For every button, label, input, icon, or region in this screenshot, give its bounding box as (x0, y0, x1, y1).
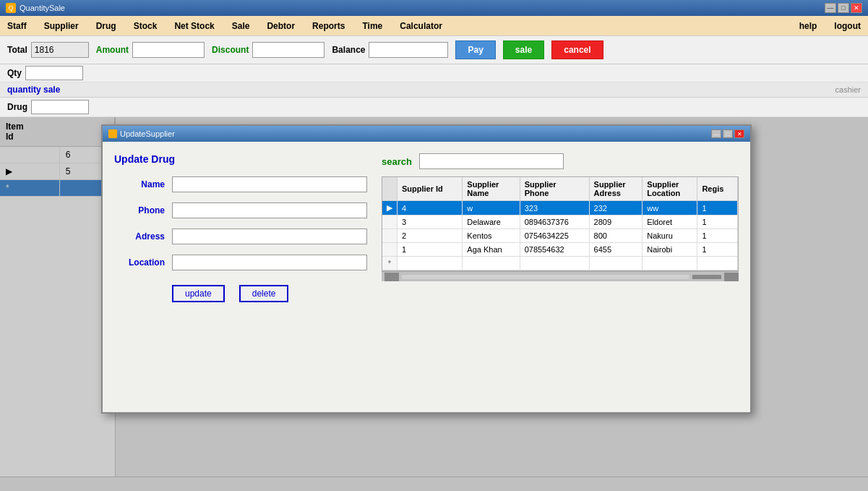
search-header: search (382, 153, 739, 169)
menu-reports[interactable]: Reports (309, 20, 348, 33)
supplier-id-cell: 4 (398, 201, 463, 215)
col-supplier-address: SupplierAdress (589, 177, 643, 201)
title-bar: Q QuantitySale — □ ✕ (0, 0, 868, 16)
table-cell: Aga Khan (463, 243, 520, 257)
table-cell: 0754634225 (520, 229, 589, 243)
app-icon: Q (6, 3, 16, 13)
name-row: Name (114, 176, 367, 192)
grid-scrollbar[interactable] (382, 271, 739, 281)
total-label: Total (7, 45, 27, 55)
balance-input[interactable] (369, 42, 448, 58)
name-input[interactable] (172, 176, 367, 192)
address-row: Adress (114, 229, 367, 244)
menu-logout[interactable]: logout (831, 20, 864, 33)
menu-calculator[interactable]: Calculator (397, 20, 445, 33)
app-title: QuantitySale (20, 4, 65, 12)
modal-title: UpdateSupplier (120, 129, 175, 138)
modal-title-text: UpdateSupplier (108, 129, 175, 138)
table-cell (463, 257, 520, 270)
update-button[interactable]: update (172, 285, 225, 302)
phone-input[interactable] (172, 202, 367, 218)
table-cell: 6455 (589, 243, 643, 257)
discount-input[interactable] (252, 42, 325, 58)
phone-row: Phone (114, 202, 367, 218)
qty-input[interactable] (25, 66, 83, 80)
modal-minimize-button[interactable]: — (711, 129, 721, 138)
supplier-id-cell: 2 (398, 229, 463, 243)
amount-item: Amount (96, 42, 205, 58)
supplier-id-cell: 3 (398, 215, 463, 229)
form-panel: Update Drug Name Phone Adress Lo (114, 153, 367, 398)
cancel-button[interactable]: cancel (551, 40, 603, 59)
menu-sale[interactable]: Sale (229, 20, 253, 33)
row-indicator (382, 229, 398, 243)
table-row[interactable]: ▶4w323232ww1 (382, 201, 738, 215)
table-cell: 1 (697, 201, 738, 215)
table-cell: Nairobi (643, 243, 697, 257)
menu-debtor[interactable]: Debtor (264, 20, 298, 33)
col-regis: Regis (697, 177, 738, 201)
address-input[interactable] (172, 229, 367, 244)
menu-staff[interactable]: Staff (4, 20, 30, 33)
table-row[interactable]: 1Aga Khan0785546326455Nairobi1 (382, 243, 738, 257)
search-input[interactable] (419, 153, 564, 169)
supplier-id-cell (398, 257, 463, 270)
drug-row: Drug (0, 98, 868, 117)
delete-button[interactable]: delete (239, 285, 289, 302)
close-button[interactable]: ✕ (851, 3, 862, 13)
table-cell: Eldoret (643, 215, 697, 229)
menu-drug[interactable]: Drug (93, 20, 119, 33)
toolbar: Total Amount Discount Balance Pay sale c… (0, 36, 868, 64)
menu-time[interactable]: Time (359, 20, 385, 33)
discount-label: Discount (212, 45, 249, 55)
row-indicator: * (382, 257, 398, 270)
col-supplier-name: SupplierName (463, 177, 520, 201)
modal-restore-button[interactable]: □ (723, 129, 733, 138)
modal-icon (108, 129, 117, 138)
data-grid[interactable]: Supplier Id SupplierName SupplierPhone S… (382, 176, 739, 271)
modal-close-button[interactable]: ✕ (734, 129, 744, 138)
sub-header: quantity sale cashier (0, 82, 868, 98)
table-row[interactable]: 3Delaware08946373762809Eldoret1 (382, 215, 738, 229)
row-indicator (382, 243, 398, 257)
menu-net-stock[interactable]: Net Stock (171, 20, 217, 33)
minimize-button[interactable]: — (825, 3, 836, 13)
menu-help[interactable]: help (796, 20, 820, 33)
balance-label: Balance (332, 45, 365, 55)
modal-body: Update Drug Name Phone Adress Lo (103, 142, 750, 409)
table-cell: 800 (589, 229, 643, 243)
menu-supplier[interactable]: Supplier (41, 20, 82, 33)
row-indicator: ▶ (382, 201, 398, 215)
restore-button[interactable]: □ (838, 3, 849, 13)
table-row[interactable]: * (382, 257, 738, 270)
title-bar-controls: — □ ✕ (825, 3, 862, 13)
supplier-table: Supplier Id SupplierName SupplierPhone S… (382, 177, 738, 270)
discount-item: Discount (212, 42, 325, 58)
table-cell: 1 (697, 215, 738, 229)
total-input[interactable] (31, 42, 89, 58)
location-input[interactable] (172, 255, 367, 270)
drug-input[interactable] (31, 100, 89, 114)
menu-right: help logout (796, 20, 864, 33)
title-bar-left: Q QuantitySale (6, 3, 65, 13)
sub-header-title: quantity sale (7, 85, 60, 95)
amount-input[interactable] (132, 42, 205, 58)
pay-button[interactable]: Pay (455, 40, 495, 59)
supplier-id-cell: 1 (398, 243, 463, 257)
table-header-row: Supplier Id SupplierName SupplierPhone S… (382, 177, 738, 201)
menu-stock[interactable]: Stock (131, 20, 160, 33)
sale-button[interactable]: sale (503, 40, 544, 59)
modal-title-bar: UpdateSupplier — □ ✕ (103, 126, 750, 142)
table-row[interactable]: 2Kentos0754634225800Nakuru1 (382, 229, 738, 243)
table-cell (643, 257, 697, 270)
form-buttons: update delete (172, 285, 367, 302)
table-cell: Delaware (463, 215, 520, 229)
balance-item: Balance (332, 42, 448, 58)
amount-label: Amount (96, 45, 129, 55)
table-cell (697, 257, 738, 270)
cashier-label: cashier (835, 85, 861, 94)
col-supplier-phone: SupplierPhone (520, 177, 589, 201)
table-cell (520, 257, 589, 270)
location-row: Location (114, 255, 367, 270)
search-label: search (382, 156, 412, 167)
